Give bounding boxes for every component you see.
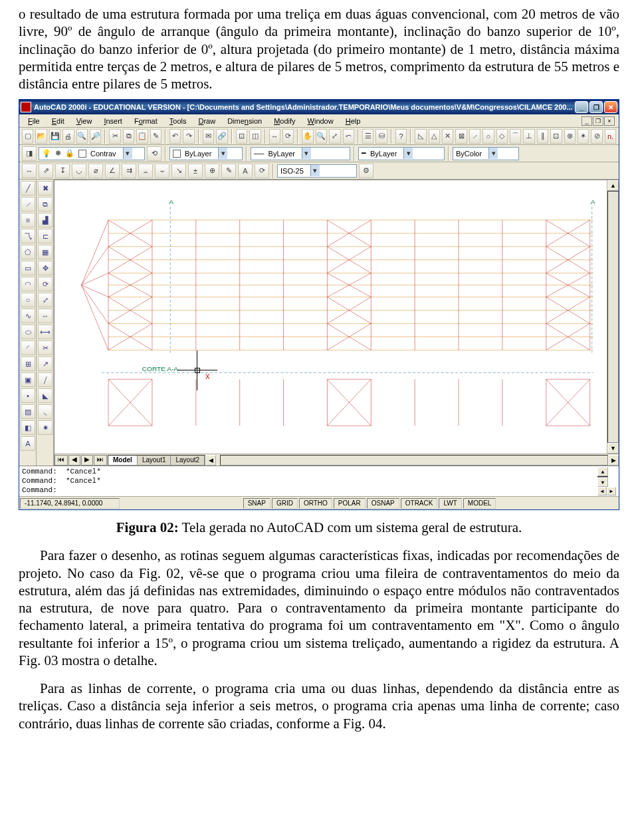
dimdiameter-icon[interactable]: ⌀ [88, 164, 103, 178]
status-lwt[interactable]: LWT [439, 498, 461, 509]
menu-edit[interactable]: Edit [47, 116, 69, 126]
dimcenter-icon[interactable]: ⊕ [205, 164, 219, 178]
menu-dimension[interactable]: Dimension [223, 116, 266, 126]
menu-draw[interactable]: Draw [193, 116, 220, 126]
scroll-down-icon[interactable]: ▼ [607, 443, 619, 454]
status-model[interactable]: MODEL [463, 498, 496, 509]
tab-layout2[interactable]: Layout2 [171, 456, 205, 465]
menu-file[interactable]: File [23, 116, 45, 126]
command-input[interactable]: Command: [22, 486, 597, 495]
mtext-icon[interactable]: A [21, 436, 35, 451]
print-icon[interactable]: 🖨 [62, 129, 74, 144]
circle-icon[interactable]: ○ [21, 293, 35, 307]
qleader-icon[interactable]: ↘ [171, 164, 186, 178]
tolerance-icon[interactable]: ± [188, 164, 203, 178]
status-grid[interactable]: GRID [272, 498, 298, 509]
fillet-icon[interactable]: ◟ [38, 404, 53, 419]
minimize-button[interactable]: _ [575, 101, 588, 113]
dbconnect-icon[interactable]: ⛁ [375, 129, 387, 144]
paste-icon[interactable]: 📋 [136, 129, 148, 144]
cut-icon[interactable]: ✂ [109, 129, 120, 144]
new-icon[interactable]: ▢ [22, 129, 33, 144]
close-button[interactable]: ✕ [604, 101, 617, 113]
status-ortho[interactable]: ORTHO [299, 498, 332, 509]
region-icon[interactable]: ◧ [21, 420, 35, 435]
mirror-icon[interactable]: ▟ [38, 213, 53, 227]
maximize-button[interactable]: ❐ [589, 101, 603, 113]
hatch-icon[interactable]: ▨ [21, 404, 35, 419]
snap-par-icon[interactable]: ∥ [537, 129, 548, 144]
tab-first-icon[interactable]: ⏮ [54, 455, 68, 466]
point-icon[interactable]: • [21, 388, 35, 403]
ellipse-icon[interactable]: ⬭ [21, 325, 35, 339]
properties-icon[interactable]: ☰ [362, 129, 373, 144]
dimedit-icon[interactable]: ✎ [221, 164, 236, 178]
block-icon[interactable]: ▣ [21, 372, 35, 387]
preview-icon[interactable]: 🔍 [76, 129, 88, 144]
dimstyle-manager-icon[interactable]: ⚙ [359, 164, 373, 178]
dimradius-icon[interactable]: ◡ [72, 164, 86, 178]
dimcontinue-icon[interactable]: ⫟ [155, 164, 169, 178]
snap-none-icon[interactable]: ⊘ [591, 129, 602, 144]
dist-icon[interactable]: ↔ [269, 129, 280, 144]
spline-icon[interactable]: ∿ [21, 309, 35, 323]
rectangle-icon[interactable]: ▭ [21, 261, 35, 275]
scrollbar-vertical[interactable]: ▲ ▼ [607, 180, 619, 454]
snap-ext-icon[interactable]: ⟋ [469, 129, 480, 144]
mdi-restore[interactable]: ❐ [593, 116, 603, 126]
lineweight-combo[interactable]: ━ ByLayer ▾ [358, 147, 445, 160]
tab-model[interactable]: Model [108, 456, 138, 465]
copy-icon[interactable]: ⧉ [123, 129, 134, 144]
scroll-up-icon[interactable]: ▲ [607, 180, 619, 191]
cmd-scroll-left-icon[interactable]: ◀ [597, 487, 607, 495]
undo-icon[interactable]: ↶ [169, 129, 181, 144]
cmd-scroll-right-icon[interactable]: ▶ [607, 487, 616, 495]
zoom-prev-icon[interactable]: ⤺ [343, 129, 354, 144]
copy-obj-icon[interactable]: ⧉ [38, 197, 53, 211]
redraw-icon[interactable]: ⟳ [282, 129, 294, 144]
plotstyle-combo[interactable]: ByColor ▾ [453, 147, 519, 160]
move-icon[interactable]: ✥ [38, 261, 53, 275]
mline-icon[interactable]: ≡ [21, 213, 35, 227]
extend-icon[interactable]: ↗ [38, 356, 53, 371]
snap-qua-icon[interactable]: ◇ [496, 129, 508, 144]
tab-next-icon[interactable]: ▶ [81, 455, 93, 466]
rotate-icon[interactable]: ⟳ [38, 277, 53, 291]
snap-node-icon[interactable]: ⊗ [564, 129, 576, 144]
layer-manager-icon[interactable]: ◨ [22, 146, 37, 161]
dimtedit-icon[interactable]: A [238, 164, 253, 178]
status-osnap[interactable]: OSNAP [367, 498, 399, 509]
open-icon[interactable]: 📂 [35, 129, 47, 144]
menu-view[interactable]: View [72, 116, 97, 126]
pan-icon[interactable]: ✋ [302, 129, 313, 144]
status-snap[interactable]: SNAP [243, 498, 270, 509]
snap-ins-icon[interactable]: ⊡ [550, 129, 562, 144]
cmd-scroll-down-icon[interactable]: ▼ [597, 478, 608, 487]
stretch-icon[interactable]: ↔ [38, 309, 53, 323]
explode-icon[interactable]: ✷ [38, 420, 53, 435]
snap-int-icon[interactable]: ✕ [442, 129, 453, 144]
erase-icon[interactable]: ✖ [38, 181, 53, 196]
layer-combo[interactable]: 💡 ❄ 🔒 Contrav ▾ [39, 147, 145, 160]
tab-prev-icon[interactable]: ◀ [68, 455, 80, 466]
lengthen-icon[interactable]: ⟷ [38, 325, 53, 339]
ucs-icon[interactable]: ◫ [249, 129, 261, 144]
etransmit-icon[interactable]: ✉ [203, 129, 214, 144]
scroll-left-icon[interactable]: ◀ [205, 455, 216, 466]
line-icon[interactable]: ╱ [21, 181, 35, 196]
chamfer-icon[interactable]: ◣ [38, 388, 53, 403]
mdi-close[interactable]: × [604, 116, 615, 126]
menu-window[interactable]: Window [303, 116, 338, 126]
snap-nea-icon[interactable]: ✶ [578, 129, 589, 144]
color-combo[interactable]: ByLayer ▾ [169, 147, 243, 160]
array-icon[interactable]: ▦ [38, 245, 53, 259]
break-icon[interactable]: ⧸ [38, 372, 53, 387]
snap-cen-icon[interactable]: ○ [482, 129, 494, 144]
scrollbar-horizontal[interactable] [220, 455, 608, 466]
zoom-win-icon[interactable]: ⤢ [329, 129, 340, 144]
snap-appint-icon[interactable]: ⊠ [455, 129, 467, 144]
snap-end-icon[interactable]: ◺ [415, 129, 426, 144]
tab-last-icon[interactable]: ⏭ [94, 455, 107, 466]
cmd-scroll-up-icon[interactable]: ▲ [597, 467, 608, 476]
dimstyle-combo[interactable]: ISO-25 ▾ [277, 164, 357, 178]
